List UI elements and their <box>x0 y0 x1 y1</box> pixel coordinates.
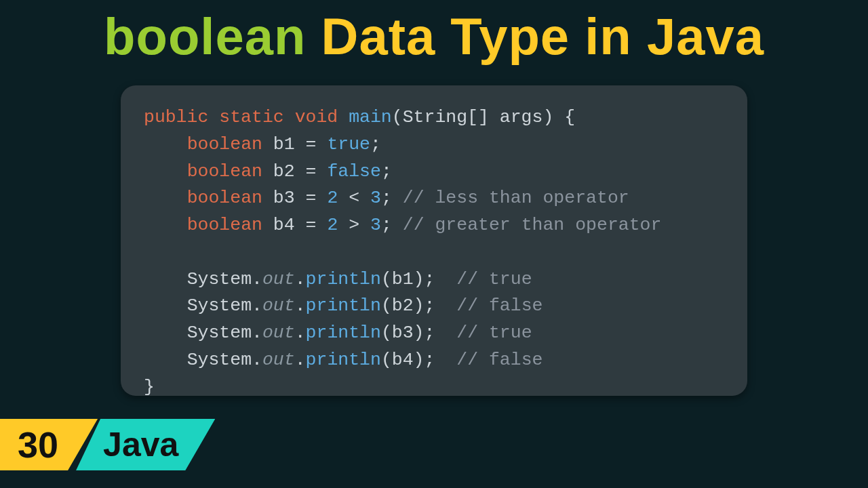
code-num: 2 <box>327 188 338 208</box>
code-punc: . <box>295 269 306 289</box>
code-field: out <box>262 323 295 343</box>
code-comment: // false <box>456 350 542 370</box>
code-comment: // greater than operator <box>403 215 662 235</box>
code-class: System <box>187 350 252 370</box>
code-type: boolean <box>187 134 262 155</box>
code-punc: . <box>252 323 262 343</box>
code-fn: println <box>306 350 381 370</box>
code-punc: . <box>252 269 262 289</box>
code-call: (b3); <box>381 323 456 343</box>
code-punc: ; <box>381 188 403 208</box>
code-op: = <box>295 134 328 155</box>
code-punc: ; <box>381 215 403 235</box>
code-keyword: public static void <box>144 107 349 127</box>
code-num: 3 <box>370 215 381 235</box>
code-num: 3 <box>370 188 381 208</box>
code-call: (b1); <box>381 269 456 289</box>
code-num: 2 <box>327 215 338 235</box>
code-args: (String[] args) { <box>392 107 575 127</box>
episode-number: 30 <box>18 426 58 463</box>
badge-row: 30 Java <box>0 419 215 470</box>
code-punc: . <box>252 350 262 370</box>
code-op: = <box>295 161 328 182</box>
code-var: b3 <box>273 188 295 208</box>
code-type: boolean <box>187 188 262 208</box>
code-comment: // true <box>456 269 532 289</box>
code-close: } <box>144 377 155 397</box>
code-punc: ; <box>370 134 381 155</box>
code-comment: // false <box>456 296 542 316</box>
code-punc: . <box>295 323 306 343</box>
title-accent: boolean <box>104 7 306 65</box>
code-class: System <box>187 323 252 343</box>
code-punc: ; <box>381 161 392 182</box>
code-var: b2 <box>273 161 295 182</box>
code-fn: println <box>306 296 381 316</box>
page-title: boolean Data Type in Java <box>0 9 868 64</box>
code-var: b4 <box>273 215 295 235</box>
code-op: > <box>338 215 370 235</box>
code-fn: println <box>306 269 381 289</box>
code-field: out <box>262 350 295 370</box>
code-field: out <box>262 296 295 316</box>
code-type: boolean <box>187 215 262 235</box>
language-badge: Java <box>76 419 215 470</box>
code-var: b1 <box>273 134 295 155</box>
code-fn: main <box>349 107 392 127</box>
code-op: < <box>338 188 370 208</box>
code-punc: . <box>252 296 262 316</box>
code-op: = <box>295 188 328 208</box>
code-comment: // true <box>456 323 532 343</box>
code-call: (b4); <box>381 350 456 370</box>
code-block: public static void main(String[] args) {… <box>144 104 724 401</box>
code-comment: // less than operator <box>403 188 629 208</box>
code-call: (b2); <box>381 296 456 316</box>
code-fn: println <box>306 323 381 343</box>
code-type: boolean <box>187 161 262 182</box>
code-bool: true <box>327 134 370 155</box>
code-bool: false <box>327 161 381 182</box>
code-field: out <box>262 269 295 289</box>
code-card: public static void main(String[] args) {… <box>121 85 747 396</box>
language-label: Java <box>103 428 178 462</box>
code-class: System <box>187 269 252 289</box>
code-class: System <box>187 296 252 316</box>
code-punc: . <box>295 350 306 370</box>
title-main: Data Type in Java <box>306 7 764 65</box>
code-punc: . <box>295 296 306 316</box>
code-op: = <box>295 215 328 235</box>
